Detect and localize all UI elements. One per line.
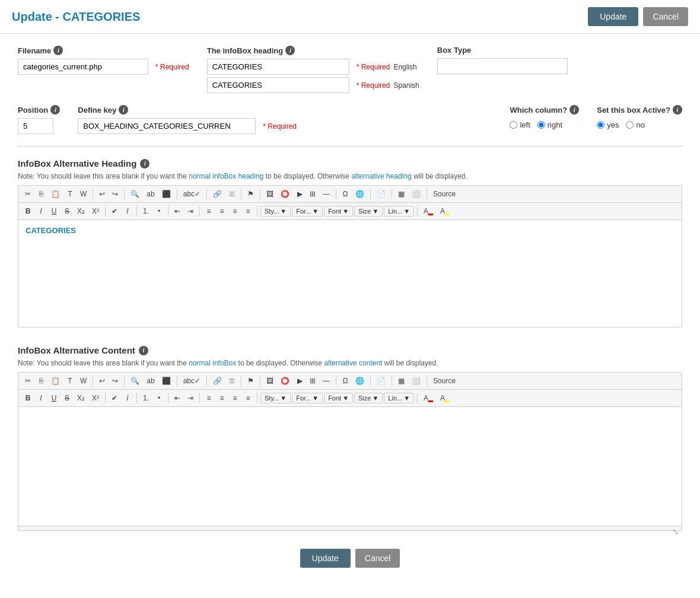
toolbar2-link-dropdown[interactable]: Lin... ▼: [384, 393, 414, 403]
alt-heading-editor-content[interactable]: CATEGORIES: [18, 220, 682, 327]
toolbar-size-dropdown[interactable]: Size ▼: [354, 206, 383, 217]
toolbar-subscript[interactable]: X₂: [74, 205, 88, 217]
set-active-info-icon[interactable]: i: [673, 105, 682, 114]
toolbar-font-color[interactable]: A: [421, 205, 436, 217]
toolbar2-table[interactable]: ⊞: [307, 375, 319, 387]
toolbar2-superscript[interactable]: X²: [89, 392, 102, 404]
toolbar2-media[interactable]: ▶: [294, 375, 306, 387]
toolbar2-replace[interactable]: ab: [144, 375, 157, 387]
toolbar-find[interactable]: 🔍: [128, 188, 142, 200]
toolbar2-italic[interactable]: I: [35, 392, 47, 404]
toolbar-indent[interactable]: ⇥: [184, 205, 196, 217]
toolbar2-align-center[interactable]: ≡: [216, 392, 228, 404]
toolbar-italic[interactable]: I: [35, 205, 47, 217]
toolbar-align-center[interactable]: ≡: [216, 205, 228, 217]
which-column-info-icon[interactable]: i: [569, 105, 579, 114]
toolbar-align-left[interactable]: ≡: [203, 205, 215, 217]
toolbar-clearformat[interactable]: ✔: [109, 205, 120, 217]
toolbar2-unlink[interactable]: 🔗⃠: [226, 375, 238, 387]
toolbar-link[interactable]: 🔗: [210, 188, 225, 200]
toolbar-iframe[interactable]: 🌐: [352, 188, 367, 200]
toolbar2-bg-color[interactable]: A: [437, 392, 453, 404]
toolbar2-link[interactable]: 🔗: [210, 375, 225, 387]
toolbar-cut[interactable]: ✂: [22, 188, 34, 200]
toolbar2-clearformat[interactable]: ✔: [109, 392, 120, 404]
toolbar2-maximize[interactable]: ⬜: [409, 375, 424, 387]
toolbar2-source[interactable]: Source: [430, 375, 459, 387]
toolbar-align-right[interactable]: ≡: [229, 205, 241, 217]
active-yes-radio[interactable]: [597, 121, 604, 129]
toolbar2-unordered-list[interactable]: •: [153, 392, 165, 404]
toolbar2-align-right[interactable]: ≡: [229, 392, 241, 404]
toolbar-superscript[interactable]: X²: [89, 205, 102, 217]
toolbar-paste-text[interactable]: T: [64, 188, 76, 200]
active-yes-label[interactable]: yes: [597, 120, 619, 129]
toolbar2-image[interactable]: 🖼: [263, 375, 276, 387]
toolbar-image[interactable]: 🖼: [263, 188, 276, 200]
toolbar2-outdent[interactable]: ⇤: [171, 392, 183, 404]
toolbar-paste[interactable]: 📋: [48, 188, 63, 200]
update-button-top[interactable]: Update: [588, 7, 638, 26]
toolbar-special-char[interactable]: Ω: [339, 188, 351, 200]
toolbar2-italic2[interactable]: I: [122, 392, 133, 404]
alt-heading-info-icon[interactable]: i: [140, 159, 149, 168]
toolbar-media[interactable]: ▶: [294, 188, 306, 200]
editor-resize-handle[interactable]: ⤡: [18, 526, 682, 530]
toolbar-table[interactable]: ⊞: [307, 188, 319, 200]
position-input[interactable]: [18, 118, 53, 134]
alt-content-editor-content[interactable]: [18, 407, 682, 526]
toolbar-spellcheck[interactable]: abc✓: [180, 188, 203, 200]
toolbar2-flag[interactable]: ⚑: [244, 375, 257, 387]
toolbar2-align-justify[interactable]: ≡: [242, 392, 254, 404]
active-no-label[interactable]: no: [626, 120, 644, 129]
infobox-english-input[interactable]: [207, 59, 349, 75]
toolbar2-font-color[interactable]: A: [421, 392, 436, 404]
filename-info-icon[interactable]: i: [53, 46, 63, 55]
active-no-radio[interactable]: [626, 121, 634, 129]
column-left-radio[interactable]: [510, 121, 517, 129]
toolbar-bold[interactable]: B: [22, 205, 34, 217]
toolbar-maximize[interactable]: ⬜: [409, 188, 424, 200]
toolbar2-hline[interactable]: —: [320, 375, 333, 387]
toolbar2-ordered-list[interactable]: 1.: [140, 392, 152, 404]
infobox-heading-info-icon[interactable]: i: [285, 46, 295, 55]
position-info-icon[interactable]: i: [50, 105, 60, 114]
toolbar2-find[interactable]: 🔍: [128, 375, 142, 387]
toolbar2-cut[interactable]: ✂: [22, 375, 34, 387]
toolbar2-indent[interactable]: ⇥: [184, 392, 196, 404]
toolbar-ordered-list[interactable]: 1.: [140, 205, 152, 217]
toolbar-replace[interactable]: ab: [144, 188, 157, 200]
toolbar-unlink[interactable]: 🔗⃠: [226, 188, 238, 200]
cancel-button-top[interactable]: Cancel: [643, 7, 688, 26]
toolbar-doc[interactable]: 📄: [374, 188, 389, 200]
toolbar2-show-blocks[interactable]: ▦: [395, 375, 408, 387]
toolbar-show-blocks[interactable]: ▦: [395, 188, 408, 200]
toolbar-outdent[interactable]: ⇤: [171, 205, 183, 217]
toolbar2-flash[interactable]: ⭕: [278, 375, 292, 387]
toolbar-italic2[interactable]: I: [122, 205, 133, 217]
toolbar-select-all[interactable]: ⬛: [159, 188, 174, 200]
toolbar2-paste-word[interactable]: W: [77, 375, 90, 387]
toolbar-bg-color[interactable]: A: [437, 205, 453, 217]
toolbar2-format-dropdown[interactable]: For... ▼: [292, 393, 323, 403]
toolbar2-redo[interactable]: ↪: [109, 375, 121, 387]
toolbar-source-1[interactable]: Source: [430, 188, 459, 200]
toolbar2-iframe[interactable]: 🌐: [352, 375, 367, 387]
toolbar-hline[interactable]: —: [320, 188, 333, 200]
toolbar-format-dropdown[interactable]: For... ▼: [292, 206, 323, 217]
toolbar-redo[interactable]: ↪: [109, 188, 121, 200]
toolbar2-paste-text[interactable]: T: [64, 375, 76, 387]
toolbar2-strikethrough[interactable]: S: [61, 392, 73, 404]
update-button-bottom[interactable]: Update: [300, 549, 351, 568]
toolbar2-bold[interactable]: B: [22, 392, 34, 404]
toolbar-strikethrough[interactable]: S: [61, 205, 73, 217]
toolbar-styles-dropdown[interactable]: Sty... ▼: [260, 206, 291, 217]
toolbar-undo[interactable]: ↩: [96, 188, 108, 200]
alt-content-info-icon[interactable]: i: [139, 346, 148, 355]
toolbar-link-dropdown[interactable]: Lin... ▼: [384, 206, 414, 217]
toolbar2-align-left[interactable]: ≡: [203, 392, 215, 404]
toolbar2-paste[interactable]: 📋: [48, 375, 63, 387]
toolbar2-spellcheck[interactable]: abc✓: [180, 375, 203, 387]
toolbar2-select-all[interactable]: ⬛: [159, 375, 174, 387]
toolbar-unordered-list[interactable]: •: [153, 205, 165, 217]
